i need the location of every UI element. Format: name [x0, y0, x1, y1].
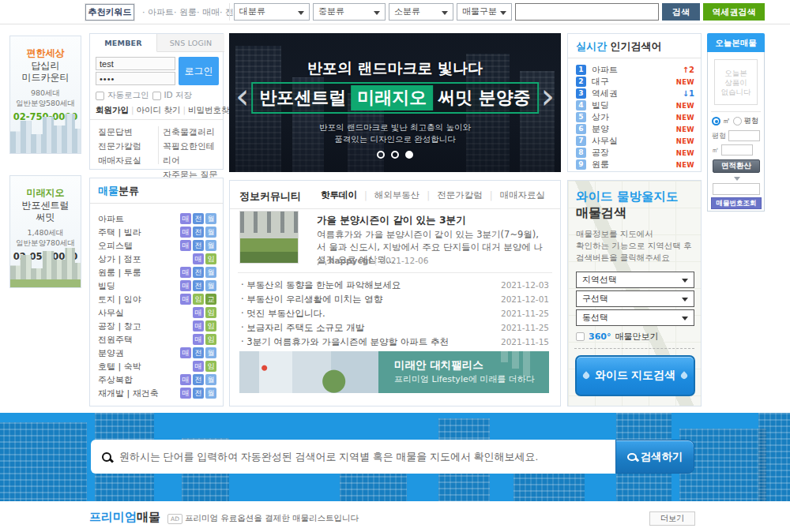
post-item[interactable]: · 3분기 여름휴가와 가을시즌에 분양할 아파트 추천2021-11-15: [241, 335, 549, 348]
rank-badge: 7: [576, 136, 586, 146]
wide-map-search-panel: 와이드 물방울지도 매물검색 매물정보를 지도에서 확인하는 기능으로 지역선택…: [567, 180, 702, 406]
ad-banner-left-1[interactable]: 편한세상 답십리 미드카운티 980세대 일반분양580세대 02-750-00…: [9, 36, 81, 154]
main-category-select[interactable]: 대분류: [234, 3, 310, 21]
carousel-dot-2[interactable]: [391, 151, 399, 159]
map-search-submit-button[interactable]: 검색하기: [615, 440, 694, 474]
autocomplete-search-input[interactable]: [119, 451, 604, 463]
category-redevelopment[interactable]: 재개발 | 재건축매전월: [98, 387, 216, 399]
district-select[interactable]: 구선택: [576, 290, 694, 307]
popular-item[interactable]: 7사무실NEW: [576, 135, 694, 147]
top-search-input[interactable]: [515, 3, 659, 21]
divider: [158, 126, 159, 164]
tab-member-login[interactable]: MEMBER LOGIN: [90, 34, 157, 52]
carousel-dot-1[interactable]: [377, 151, 385, 159]
auto-login-checkbox[interactable]: [96, 92, 104, 100]
post-item[interactable]: · 부동산의 동향을 한눈에 파악해보세요2021-12-03: [241, 279, 549, 291]
login-id-input[interactable]: [96, 57, 175, 70]
vr-only-checkbox[interactable]: [576, 332, 585, 341]
area-convert-button[interactable]: 면적환산: [713, 159, 760, 173]
post-item[interactable]: · 부동산이 우리생활에 미치는 영향2021-12-01: [241, 293, 549, 305]
login-button[interactable]: 로그인: [179, 57, 219, 85]
popular-item[interactable]: 1아파트↑2: [576, 64, 694, 76]
carousel-prev-arrow[interactable]: ‹: [235, 79, 250, 114]
search-button[interactable]: 검색: [662, 3, 700, 21]
listing-categories-panel: 매물분류 아파트매전월 주택 | 빌라매전월 오피스텔매전월 상가 | 점포매임…: [89, 178, 224, 406]
link-building-gallery[interactable]: 건축물갤러리: [163, 126, 223, 140]
carousel-dot-3[interactable]: [405, 151, 413, 159]
tab-expert-column[interactable]: 전문가칼럼: [430, 189, 490, 201]
tab-overseas[interactable]: 해외부동산: [367, 189, 427, 201]
post-item[interactable]: · 멋진 부동산입니다.2021-11-25: [241, 307, 549, 320]
chevron-down-icon: [374, 11, 380, 15]
category-land[interactable]: 토지 | 임야매임교: [98, 293, 216, 305]
login-password-input[interactable]: [96, 72, 175, 85]
category-building[interactable]: 빌딩매전월: [98, 279, 216, 292]
hero-carousel[interactable]: 반포의 랜드마크로 빛나다 반포센트럴미래지오써밋 분양중 반포의 랜드마크로 …: [229, 33, 561, 172]
popular-item[interactable]: 8공장NEW: [576, 147, 694, 159]
link-interior[interactable]: 꼭필요한인테리어: [163, 140, 223, 168]
popular-item[interactable]: 4빌딩NEW: [576, 99, 694, 111]
new-indicator: NEW: [676, 102, 694, 110]
ad-banner-left-2[interactable]: 미래지오 반포센트럴 써밋 1,480세대 일반분양780세대 02-050-0…: [9, 175, 81, 288]
rank-badge: 8: [576, 148, 586, 158]
category-apartment[interactable]: 아파트매전월: [98, 212, 216, 225]
community-title: 정보커뮤니티: [239, 189, 301, 204]
category-office[interactable]: 사무실매임: [98, 306, 216, 319]
link-trade-archive[interactable]: 매매자료실: [98, 154, 141, 168]
featured-article-title[interactable]: 가을 분양시즌이 같이 있는 3분기: [317, 214, 466, 227]
category-mixed-use[interactable]: 주상복합매전월: [98, 373, 216, 386]
post-item[interactable]: · 보금자리 주택도 소규모 개발2021-11-25: [241, 321, 549, 334]
link-expert-column[interactable]: 전문가칼럼: [98, 140, 141, 154]
popular-item[interactable]: 6분양NEW: [576, 123, 694, 135]
signup-link[interactable]: 회원가입: [96, 105, 129, 114]
popular-item[interactable]: 5상가NEW: [576, 111, 694, 123]
m2-input[interactable]: [721, 144, 753, 155]
ad-name-line2: 써밋: [10, 212, 81, 223]
chevron-down-icon: [682, 317, 688, 320]
more-button[interactable]: 더보기: [649, 511, 695, 526]
tab-trade-archive[interactable]: 매매자료실: [493, 189, 553, 201]
listing-number-lookup-button[interactable]: 매물번호조회: [711, 197, 762, 209]
featured-article-thumbnail[interactable]: [239, 211, 299, 264]
popular-item[interactable]: 9원룸NEW: [576, 159, 694, 170]
popular-item[interactable]: 3역세권↓1: [576, 88, 694, 99]
category-factory[interactable]: 공장 | 창고매임: [98, 320, 216, 332]
ad-banner-bottom[interactable]: 미래안 대치팰리스 프리미엄 Lifestyle에 미래를 더하다: [239, 351, 549, 393]
link-qna[interactable]: 질문답변: [98, 126, 141, 140]
mid-category-select[interactable]: 중분류: [313, 3, 386, 21]
community-tabs: 핫투데이| 해외부동산| 전문가칼럼| 매매자료실: [314, 189, 552, 201]
popular-item[interactable]: 2대구NEW: [576, 76, 694, 88]
region-select[interactable]: 지역선택: [576, 272, 694, 288]
wide-map-search-button[interactable]: 와이드 지도검색: [575, 355, 695, 396]
carousel-next-arrow[interactable]: ›: [540, 79, 555, 114]
listing-number-input[interactable]: [713, 183, 760, 195]
rank-badge: 3: [576, 88, 586, 99]
new-indicator: NEW: [676, 126, 694, 133]
station-area-search-button[interactable]: 역세권검색: [703, 3, 765, 21]
building-art: [0, 422, 87, 501]
neighborhood-select[interactable]: 동선택: [576, 309, 694, 326]
new-indicator: NEW: [676, 114, 694, 122]
city-photo-art: [239, 351, 378, 393]
tab-sns-login[interactable]: SNS LOGIN: [157, 34, 224, 52]
category-house-villa[interactable]: 주택 | 빌라매전월: [98, 226, 216, 238]
save-id-checkbox[interactable]: [152, 92, 161, 100]
pyeong-radio[interactable]: [733, 117, 742, 126]
category-officetel[interactable]: 오피스텔매전월: [98, 239, 216, 252]
deal-type-badges: 매전월: [180, 227, 216, 238]
pyeong-field-row: 평형: [712, 130, 760, 141]
category-hotel[interactable]: 호텔 | 숙박매임: [98, 360, 216, 373]
category-country-house[interactable]: 전원주택매임: [98, 333, 216, 346]
sub-category-select[interactable]: 소분류: [389, 3, 453, 21]
find-id-link[interactable]: 아이디 찾기: [137, 105, 181, 114]
m2-radio[interactable]: [712, 117, 720, 126]
category-presale[interactable]: 분양권매전월: [98, 347, 216, 359]
water-drop-icon: [679, 371, 688, 380]
pyeong-input[interactable]: [728, 130, 760, 141]
recommended-keywords-button[interactable]: 추천키워드: [85, 4, 134, 21]
category-oneroom[interactable]: 원룸 | 투룸매전월: [98, 266, 216, 279]
deal-type-badges: 매전월: [180, 280, 216, 291]
category-shop[interactable]: 상가 | 점포매임: [98, 253, 216, 265]
tab-hot-today[interactable]: 핫투데이: [314, 189, 364, 201]
listing-type-select[interactable]: 매물구분: [457, 3, 512, 21]
